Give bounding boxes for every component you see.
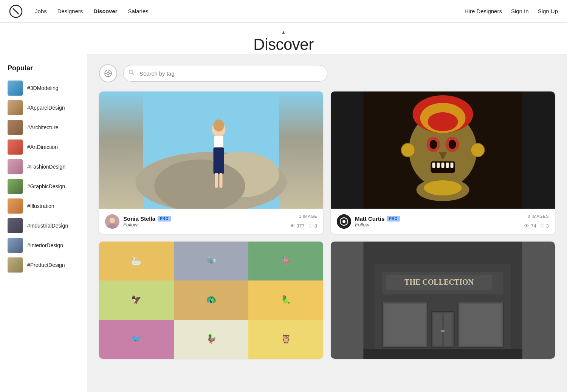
sidebar-item-graphicdesign[interactable]: #GraphicDesign	[8, 177, 79, 196]
bird-cell-5: 🦚	[174, 280, 249, 319]
sidebar-item-3dmodeling[interactable]: #3DModeling	[8, 78, 79, 98]
sidebar-thumb-3dmodeling	[8, 81, 23, 96]
svg-rect-33	[446, 163, 449, 168]
avatar-matt	[337, 214, 351, 229]
svg-rect-53	[460, 304, 502, 346]
cards-grid: Sonia Stella Pro Follow 1 IMAGE 👁 377	[87, 91, 567, 371]
bird-cell-4: 🦅	[99, 280, 174, 319]
sidebar-tag-interior: #InteriorDesign	[27, 242, 63, 248]
sidebar-section-title: Popular	[8, 64, 79, 72]
follow-button-1[interactable]: Follow	[123, 222, 286, 228]
svg-rect-56	[444, 313, 452, 346]
site-logo[interactable]	[9, 5, 23, 18]
views-count-1: 377	[296, 223, 305, 229]
card-stats-2: 8 IMAGES 👁 74 ♡ 3	[524, 214, 549, 229]
svg-rect-18	[215, 173, 218, 188]
views-icon-2: 👁	[524, 223, 529, 229]
follow-button-2[interactable]: Follow	[355, 222, 521, 228]
sidebar-thumb-fashion	[8, 159, 23, 174]
sidebar-tag-art: #ArtDirection	[27, 144, 58, 150]
svg-point-28	[449, 140, 456, 149]
card-bird-illustrations: 🦢 🦤 🦩 🦅 🦚 🦜 🐦 🦆 🦉	[99, 242, 323, 359]
sidebar-thumb-industrial	[8, 218, 23, 233]
sidebar: Popular #3DModeling #ApparelDesign #Arch…	[0, 54, 87, 392]
svg-text:THE COLLECTION: THE COLLECTION	[404, 278, 474, 286]
bird-cell-9: 🦉	[248, 320, 323, 359]
sidebar-item-artdirection[interactable]: #ArtDirection	[8, 137, 79, 157]
filter-icon	[104, 69, 112, 77]
svg-line-1	[13, 9, 19, 14]
svg-point-58	[443, 330, 445, 332]
page-title: Discover	[0, 36, 567, 54]
svg-rect-55	[434, 313, 442, 346]
sidebar-tag-fashion: #FashionDesign	[27, 164, 65, 170]
card-image-3: 🦢 🦤 🦩 🦅 🦚 🦜 🐦 🦆 🦉	[99, 242, 323, 359]
title-arrow: ▲	[0, 29, 567, 35]
svg-rect-31	[437, 163, 440, 168]
card-user-name-2: Matt Curtis Pro	[355, 215, 521, 222]
avatar-sonia	[105, 214, 119, 229]
filter-button[interactable]	[99, 64, 117, 82]
main-layout: Popular #3DModeling #ApparelDesign #Arch…	[0, 54, 567, 392]
sign-in-link[interactable]: Sign In	[511, 8, 529, 14]
likes-metric-1: ♡ 8	[308, 223, 317, 229]
card-image-1	[99, 91, 323, 209]
sidebar-item-architecture[interactable]: #Architecture	[8, 118, 79, 137]
sidebar-item-illustration[interactable]: #Illustration	[8, 196, 79, 216]
search-box	[123, 65, 327, 82]
svg-rect-17	[214, 147, 224, 174]
sidebar-thumb-arch	[8, 120, 23, 135]
svg-rect-16	[214, 136, 223, 149]
svg-point-21	[110, 218, 115, 223]
likes-count-2: 3	[546, 223, 549, 229]
bird-cell-3: 🦩	[248, 242, 323, 280]
image-count-2: 8 IMAGES	[528, 214, 549, 218]
search-input[interactable]	[123, 65, 327, 82]
sidebar-tag-arch: #Architecture	[27, 124, 58, 130]
svg-point-3	[107, 72, 109, 74]
svg-point-41	[424, 180, 462, 195]
sidebar-item-fashiondesign[interactable]: #FashionDesign	[8, 157, 79, 177]
bird-cell-1: 🦢	[99, 242, 174, 280]
card-user-name-1: Sonia Stella Pro	[123, 215, 286, 222]
svg-point-15	[214, 119, 224, 132]
svg-rect-32	[442, 163, 445, 168]
sidebar-item-industrialdesign[interactable]: #IndustrialDesign	[8, 216, 79, 236]
card-image-4: THE COLLECTION	[331, 242, 555, 359]
svg-point-37	[428, 112, 458, 131]
hire-designers-link[interactable]: Hire Designers	[465, 8, 502, 14]
nav-discover[interactable]: Discover	[93, 8, 117, 14]
card-storefront: THE COLLECTION	[331, 242, 555, 359]
user-name-text-2: Matt Curtis	[355, 215, 384, 222]
svg-point-39	[471, 143, 485, 157]
nav-links: Jobs Designers Discover Salaries	[35, 8, 149, 14]
sidebar-thumb-apparel	[8, 100, 23, 115]
sign-up-link[interactable]: Sign Up	[538, 8, 558, 14]
nav-jobs[interactable]: Jobs	[35, 8, 47, 14]
sidebar-item-productdesign[interactable]: #ProductDesign	[8, 255, 79, 275]
svg-point-38	[401, 143, 415, 157]
views-metric-1: 👁 377	[290, 223, 305, 229]
content-area: Sonia Stella Pro Follow 1 IMAGE 👁 377	[87, 54, 567, 392]
sidebar-tag-3dmodeling: #3DModeling	[27, 85, 59, 91]
pro-badge-2: Pro	[387, 216, 400, 222]
bird-cell-7: 🐦	[99, 320, 174, 359]
bird-cell-6: 🦜	[248, 280, 323, 319]
likes-icon-1: ♡	[308, 223, 313, 229]
svg-rect-51	[384, 304, 426, 346]
sidebar-item-interiordesign[interactable]: #InteriorDesign	[8, 236, 79, 255]
nav-designers[interactable]: Designers	[57, 8, 83, 14]
filter-bar	[87, 54, 567, 91]
card-stats-1: 1 IMAGE 👁 377 ♡ 8	[290, 214, 317, 229]
card-user-info-2: Matt Curtis Pro Follow	[355, 215, 521, 228]
sidebar-tag-graphic: #GraphicDesign	[27, 183, 65, 189]
sidebar-item-appareldesign[interactable]: #ApparelDesign	[8, 98, 79, 118]
svg-rect-34	[451, 163, 454, 168]
svg-rect-19	[220, 173, 223, 188]
sidebar-tag-product: #ProductDesign	[27, 262, 65, 268]
user-name-text-1: Sonia Stella	[123, 215, 155, 222]
svg-point-44	[342, 220, 345, 223]
image-count-1: 1 IMAGE	[299, 214, 317, 218]
nav-salaries[interactable]: Salaries	[128, 8, 149, 14]
sidebar-thumb-graphic	[8, 179, 23, 194]
